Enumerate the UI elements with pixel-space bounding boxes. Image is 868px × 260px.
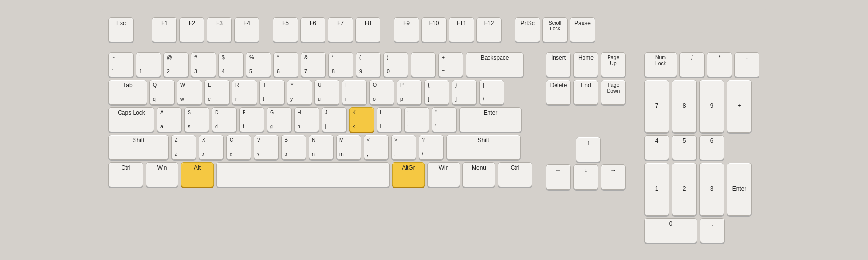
key-num5[interactable]: 5 bbox=[672, 135, 697, 160]
key-tab[interactable]: Tab bbox=[108, 80, 147, 105]
key-space[interactable] bbox=[216, 162, 390, 187]
key-slash[interactable]: ?/ bbox=[419, 135, 444, 160]
key-7[interactable]: &7 bbox=[301, 52, 326, 77]
key-f11[interactable]: F11 bbox=[449, 17, 474, 42]
key-num2[interactable]: 2 bbox=[672, 163, 697, 216]
key-win-left[interactable]: Win bbox=[146, 162, 178, 187]
key-pageup[interactable]: PageUp bbox=[601, 52, 626, 77]
key-f10[interactable]: F10 bbox=[421, 17, 447, 42]
key-f9[interactable]: F9 bbox=[394, 17, 419, 42]
key-j[interactable]: Jj bbox=[322, 107, 347, 132]
key-delete[interactable]: Delete bbox=[546, 80, 571, 105]
key-f[interactable]: Ff bbox=[239, 107, 264, 132]
key-p[interactable]: Pp bbox=[397, 80, 422, 105]
key-insert[interactable]: Insert bbox=[546, 52, 571, 77]
key-l[interactable]: Ll bbox=[377, 107, 402, 132]
key-numlock[interactable]: NumLock bbox=[644, 52, 677, 77]
key-i[interactable]: Ii bbox=[342, 80, 367, 105]
key-y[interactable]: Yy bbox=[287, 80, 312, 105]
key-num0[interactable]: 0 bbox=[644, 218, 697, 243]
key-g[interactable]: Gg bbox=[267, 107, 292, 132]
key-f7[interactable]: F7 bbox=[328, 17, 353, 42]
key-num4[interactable]: 4 bbox=[644, 135, 669, 160]
key-6[interactable]: ^6 bbox=[273, 52, 298, 77]
key-backspace[interactable]: Backspace bbox=[466, 52, 524, 77]
key-u[interactable]: Uu bbox=[314, 80, 339, 105]
key-rbracket[interactable]: }] bbox=[452, 80, 477, 105]
key-f3[interactable]: F3 bbox=[207, 17, 232, 42]
key-arrow-left[interactable]: ← bbox=[546, 164, 571, 190]
key-5[interactable]: %5 bbox=[246, 52, 271, 77]
key-w[interactable]: Ww bbox=[177, 80, 202, 105]
key-a[interactable]: Aa bbox=[157, 107, 182, 132]
key-o[interactable]: Oo bbox=[369, 80, 394, 105]
key-f12[interactable]: F12 bbox=[476, 17, 502, 42]
key-num-minus[interactable]: - bbox=[734, 52, 760, 77]
key-k[interactable]: Kk bbox=[349, 107, 374, 132]
key-scrolllock[interactable]: ScrollLock bbox=[542, 17, 568, 42]
key-t[interactable]: Tt bbox=[259, 80, 285, 105]
key-period[interactable]: >. bbox=[391, 135, 416, 160]
key-num3[interactable]: 3 bbox=[699, 163, 724, 216]
key-comma[interactable]: <, bbox=[364, 135, 389, 160]
key-num9[interactable]: 9 bbox=[699, 80, 724, 133]
key-semicolon[interactable]: :; bbox=[404, 107, 429, 132]
key-0[interactable]: )0 bbox=[383, 52, 408, 77]
key-alt[interactable]: Alt bbox=[181, 162, 214, 187]
key-backtick[interactable]: ~` bbox=[108, 52, 134, 77]
key-lbracket[interactable]: {[ bbox=[424, 80, 449, 105]
key-3[interactable]: #3 bbox=[191, 52, 216, 77]
key-home[interactable]: Home bbox=[573, 52, 598, 77]
key-shift-left[interactable]: Shift bbox=[108, 135, 169, 160]
key-8[interactable]: *8 bbox=[328, 52, 353, 77]
key-f5[interactable]: F5 bbox=[273, 17, 298, 42]
key-pause[interactable]: Pause bbox=[570, 17, 595, 42]
key-ctrl-left[interactable]: Ctrl bbox=[108, 162, 143, 187]
key-enter[interactable]: Enter bbox=[459, 107, 522, 132]
key-arrow-right[interactable]: → bbox=[601, 164, 626, 190]
key-end[interactable]: End bbox=[573, 80, 598, 105]
key-b[interactable]: Bb bbox=[281, 135, 306, 160]
key-n[interactable]: Nn bbox=[309, 135, 334, 160]
key-esc[interactable]: Esc bbox=[108, 17, 134, 42]
key-num-asterisk[interactable]: * bbox=[707, 52, 732, 77]
key-e[interactable]: Ee bbox=[204, 80, 230, 105]
key-num-dot[interactable]: . bbox=[700, 218, 725, 243]
key-backslash[interactable]: |\ bbox=[479, 80, 504, 105]
key-q[interactable]: Qq bbox=[149, 80, 175, 105]
key-num1[interactable]: 1 bbox=[644, 163, 669, 216]
key-equals[interactable]: += bbox=[438, 52, 463, 77]
key-f4[interactable]: F4 bbox=[234, 17, 259, 42]
key-d[interactable]: Dd bbox=[212, 107, 237, 132]
key-capslock[interactable]: Caps Lock bbox=[108, 107, 154, 132]
key-f8[interactable]: F8 bbox=[355, 17, 380, 42]
key-minus[interactable]: _- bbox=[411, 52, 436, 77]
key-arrow-down[interactable]: ↓ bbox=[573, 164, 598, 190]
key-4[interactable]: $4 bbox=[218, 52, 244, 77]
key-menu[interactable]: Menu bbox=[462, 162, 495, 187]
key-arrow-up[interactable]: ↑ bbox=[576, 137, 601, 162]
key-num6[interactable]: 6 bbox=[699, 135, 724, 160]
key-num7[interactable]: 7 bbox=[644, 80, 669, 133]
key-v[interactable]: Vv bbox=[254, 135, 279, 160]
key-ctrl-right[interactable]: Ctrl bbox=[498, 162, 532, 187]
key-f1[interactable]: F1 bbox=[152, 17, 177, 42]
key-2[interactable]: @2 bbox=[163, 52, 189, 77]
key-num8[interactable]: 8 bbox=[672, 80, 697, 133]
key-shift-right[interactable]: Shift bbox=[446, 135, 521, 160]
key-r[interactable]: Rr bbox=[232, 80, 257, 105]
key-altgr[interactable]: AltGr bbox=[392, 162, 425, 187]
key-x[interactable]: Xx bbox=[199, 135, 224, 160]
key-1[interactable]: !1 bbox=[136, 52, 161, 77]
key-s[interactable]: Ss bbox=[184, 107, 209, 132]
key-m[interactable]: Mm bbox=[336, 135, 361, 160]
key-z[interactable]: Zz bbox=[171, 135, 196, 160]
key-win-right[interactable]: Win bbox=[427, 162, 460, 187]
key-num-plus[interactable]: + bbox=[727, 80, 752, 133]
key-pagedown[interactable]: PageDown bbox=[601, 80, 626, 105]
key-c[interactable]: Cc bbox=[226, 135, 251, 160]
key-prtsc[interactable]: PrtSc bbox=[515, 17, 540, 42]
key-quote[interactable]: "' bbox=[432, 107, 457, 132]
key-f6[interactable]: F6 bbox=[300, 17, 326, 42]
key-num-enter[interactable]: Enter bbox=[727, 163, 752, 216]
